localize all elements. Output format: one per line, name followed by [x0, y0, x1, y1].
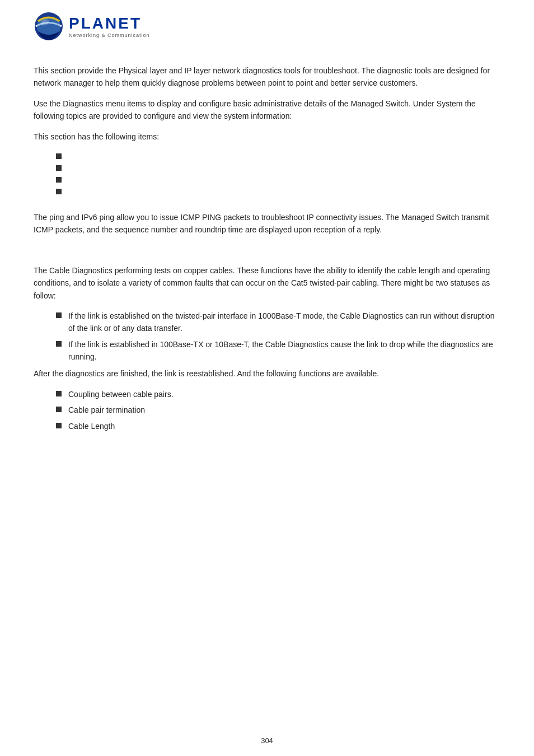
- logo-area: PLANET Networking & Communication: [34, 11, 500, 42]
- list-item: Coupling between cable pairs.: [56, 388, 500, 400]
- functions-bullet-list: Coupling between cable pairs. Cable pair…: [56, 388, 500, 432]
- list-item: If the link is established on the twiste…: [56, 310, 500, 335]
- bullet-icon: [56, 189, 62, 194]
- list-item: If the link is established in 100Base-TX…: [56, 338, 500, 363]
- bullet-icon: [56, 165, 62, 171]
- planet-logo-icon: [34, 11, 64, 42]
- bullet-icon: [56, 407, 62, 412]
- planet-logo-text: PLANET Networking & Communication: [69, 16, 150, 38]
- list-item: Cable Length: [56, 420, 500, 432]
- cable-bullet-1: If the link is established on the twiste…: [68, 310, 500, 335]
- brand-tagline: Networking & Communication: [69, 32, 150, 38]
- bullet-icon: [56, 312, 62, 318]
- brand-name: PLANET: [69, 16, 150, 31]
- function-1: Coupling between cable pairs.: [68, 388, 174, 400]
- ping-paragraph: The ping and IPv6 ping allow you to issu…: [34, 211, 500, 236]
- page-number: 304: [261, 736, 273, 745]
- list-item: [56, 174, 500, 183]
- list-item: Cable pair termination: [56, 404, 500, 416]
- intro-paragraph-1: This section provide the Physical layer …: [34, 64, 500, 90]
- intro-paragraph-2: Use the Diagnastics menu items to displa…: [34, 97, 500, 123]
- cable-bullet-2: If the link is established in 100Base-TX…: [68, 338, 500, 363]
- function-3: Cable Length: [68, 420, 115, 432]
- after-diag-paragraph: After the diagnostics are finished, the …: [34, 367, 500, 380]
- bullet-icon: [56, 423, 62, 428]
- function-2: Cable pair termination: [68, 404, 145, 416]
- cable-diag-paragraph: The Cable Diagnostics performing tests o…: [34, 264, 500, 302]
- list-item: [56, 186, 500, 194]
- bullet-icon: [56, 391, 62, 396]
- intro-paragraph-3: This section has the following items:: [34, 130, 500, 143]
- bullet-icon: [56, 341, 62, 347]
- list-item: [56, 151, 500, 159]
- bullet-icon: [56, 177, 62, 183]
- bullet-icon: [56, 153, 62, 159]
- content-body: This section provide the Physical layer …: [34, 64, 500, 432]
- planet-logo: PLANET Networking & Communication: [34, 11, 150, 42]
- page-container: PLANET Networking & Communication This s…: [0, 0, 534, 756]
- cable-bullet-list: If the link is established on the twiste…: [56, 310, 500, 363]
- list-item: [56, 162, 500, 171]
- empty-bullet-list: [56, 151, 500, 194]
